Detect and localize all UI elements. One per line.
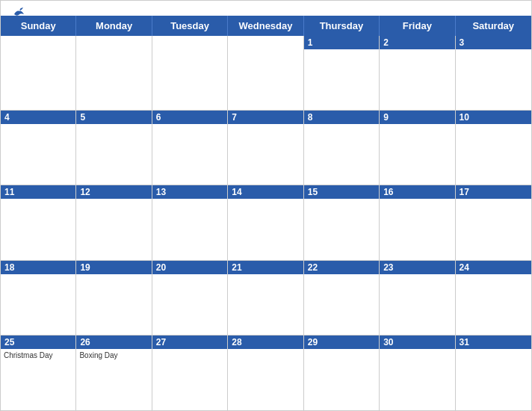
day-number: 1: [304, 36, 379, 49]
day-cell: 17: [456, 185, 531, 260]
day-number: 5: [76, 111, 151, 124]
day-cell: 16: [380, 185, 455, 260]
day-number: 18: [1, 261, 75, 274]
day-number: 14: [228, 185, 303, 199]
day-cell: 22: [304, 261, 380, 336]
day-number: 30: [380, 336, 454, 349]
day-cell: 28: [228, 336, 303, 410]
day-number: 21: [228, 261, 303, 274]
day-cell: 10: [456, 111, 531, 185]
day-cell: 4: [1, 111, 76, 185]
day-cell: 3: [456, 36, 531, 111]
days-header: SundayMondayTuesdayWednesdayThursdayFrid…: [1, 16, 531, 36]
day-number: 26: [76, 336, 151, 349]
day-cell: 18: [1, 261, 76, 336]
day-number: 13: [152, 185, 227, 199]
day-header-saturday: Saturday: [456, 16, 531, 36]
day-cell: 14: [228, 185, 303, 260]
holiday-label: Christmas Day: [1, 349, 75, 362]
day-cell: 15: [304, 185, 380, 260]
day-cell: 13: [152, 185, 228, 260]
day-cell: 30: [380, 336, 455, 410]
day-number: 29: [304, 336, 379, 349]
logo-bird-icon: [13, 7, 26, 17]
day-cell: [152, 36, 228, 111]
day-header-tuesday: Tuesday: [152, 16, 228, 36]
day-cell: 9: [380, 111, 455, 185]
day-cell: 1: [304, 36, 380, 111]
day-number: 15: [304, 185, 379, 199]
day-number: 4: [1, 111, 75, 124]
day-cell: 8: [304, 111, 380, 185]
day-number: 24: [456, 261, 531, 274]
day-number: 28: [228, 336, 303, 349]
day-cell: [228, 36, 303, 111]
day-number: 9: [380, 111, 454, 124]
day-cell: 11: [1, 185, 76, 260]
day-number: 7: [228, 111, 303, 124]
day-number: 11: [1, 185, 75, 199]
day-cell: 29: [304, 336, 380, 410]
day-number: 10: [456, 111, 531, 124]
day-cell: [1, 36, 76, 111]
logo-area: [13, 7, 28, 17]
day-number: 31: [456, 336, 531, 349]
day-cell: 20: [152, 261, 228, 336]
day-number: 8: [304, 111, 379, 124]
day-number: 19: [76, 261, 151, 274]
calendar-grid: 1234567891011121314151617181920212223242…: [1, 36, 531, 410]
day-header-monday: Monday: [76, 16, 152, 36]
day-cell: 19: [76, 261, 152, 336]
day-cell: 21: [228, 261, 303, 336]
day-header-wednesday: Wednesday: [228, 16, 303, 36]
day-number: 23: [380, 261, 454, 274]
day-cell: 27: [152, 336, 228, 410]
day-number: 27: [152, 336, 227, 349]
day-cell: [76, 36, 152, 111]
day-number: 17: [456, 185, 531, 199]
holiday-label: Boxing Day: [76, 349, 151, 362]
day-number: 2: [380, 36, 454, 49]
day-cell: 2: [380, 36, 455, 111]
day-cell: 25Christmas Day: [1, 336, 76, 410]
day-header-friday: Friday: [380, 16, 455, 36]
day-number: 20: [152, 261, 227, 274]
day-cell: 5: [76, 111, 152, 185]
day-header-sunday: Sunday: [1, 16, 76, 36]
calendar-container: SundayMondayTuesdayWednesdayThursdayFrid…: [0, 0, 532, 411]
day-number: 3: [456, 36, 531, 49]
day-header-thursday: Thursday: [304, 16, 380, 36]
day-number: 6: [152, 111, 227, 124]
day-number: 25: [1, 336, 75, 349]
day-cell: 31: [456, 336, 531, 410]
day-cell: 26Boxing Day: [76, 336, 152, 410]
day-cell: 12: [76, 185, 152, 260]
calendar-header: [1, 1, 531, 16]
day-cell: 7: [228, 111, 303, 185]
day-cell: 23: [380, 261, 455, 336]
day-cell: 24: [456, 261, 531, 336]
logo-blue-text: [13, 7, 28, 17]
day-number: 22: [304, 261, 379, 274]
day-number: 16: [380, 185, 454, 199]
day-number: 12: [76, 185, 151, 199]
day-cell: 6: [152, 111, 228, 185]
